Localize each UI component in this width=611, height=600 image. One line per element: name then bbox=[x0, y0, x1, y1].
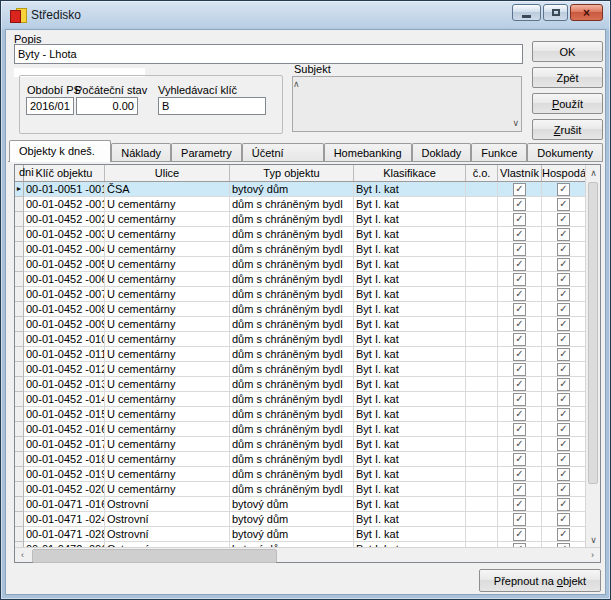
scroll-right-icon[interactable]: › bbox=[585, 548, 600, 563]
table-row[interactable]: 00-01-0452 -011U cementárnydům s chráněn… bbox=[15, 347, 585, 362]
table-row[interactable]: 00-01-0452 -006U cementárnydům s chráněn… bbox=[15, 272, 585, 287]
table-row[interactable]: 00-01-0452 -008U cementárnydům s chráněn… bbox=[15, 302, 585, 317]
vlastnik-checkbox[interactable]: ✓ bbox=[498, 422, 542, 437]
horizontal-scrollbar-track[interactable] bbox=[30, 548, 585, 563]
title-bar[interactable]: Středisko × bbox=[1, 1, 610, 29]
klic-input[interactable]: B bbox=[158, 97, 266, 115]
hospodar-checkbox[interactable]: ✓ bbox=[542, 437, 585, 452]
stav-input[interactable]: 0.00 bbox=[76, 97, 138, 115]
horizontal-scrollbar-thumb[interactable] bbox=[32, 549, 277, 563]
vlastnik-checkbox[interactable]: ✓ bbox=[498, 437, 542, 452]
zrusit-button[interactable]: Zrušit bbox=[532, 119, 603, 140]
table-row[interactable]: 00-01-0452 -009U cementárnydům s chráněn… bbox=[15, 317, 585, 332]
column-header-klasifikace[interactable]: Klasifikace bbox=[354, 165, 466, 181]
vlastnik-checkbox[interactable]: ✓ bbox=[498, 302, 542, 317]
table-row[interactable]: 00-01-0471 -016Ostrovníbytový důmByt I. … bbox=[15, 497, 585, 512]
tab-doklady[interactable]: Doklady bbox=[412, 143, 472, 162]
table-row[interactable]: 00-01-0452 -018U cementárnydům s chráněn… bbox=[15, 452, 585, 467]
hospodar-checkbox[interactable]: ✓ bbox=[542, 242, 585, 257]
table-row[interactable]: 00-01-0471 -024Ostrovníbytový důmByt I. … bbox=[15, 512, 585, 527]
horizontal-scrollbar[interactable]: ‹ › bbox=[15, 547, 600, 562]
hospodar-checkbox[interactable]: ✓ bbox=[542, 377, 585, 392]
table-row[interactable]: 00-01-0452 -016U cementárnydům s chráněn… bbox=[15, 422, 585, 437]
table-row[interactable]: ►00-01-0051 -001ČSAbytový důmByt I. kat✓… bbox=[15, 182, 585, 197]
vlastnik-checkbox[interactable]: ✓ bbox=[498, 467, 542, 482]
hospodar-checkbox[interactable]: ✓ bbox=[542, 362, 585, 377]
hospodar-checkbox[interactable]: ✓ bbox=[542, 407, 585, 422]
vlastnik-checkbox[interactable]: ✓ bbox=[498, 377, 542, 392]
hospodar-checkbox[interactable]: ✓ bbox=[542, 497, 585, 512]
vlastnik-checkbox[interactable]: ✓ bbox=[498, 392, 542, 407]
column-header-vlastnik[interactable]: Vlastník bbox=[498, 165, 542, 181]
table-row[interactable]: 00-01-0452 -007U cementárnydům s chráněn… bbox=[15, 287, 585, 302]
close-button[interactable]: × bbox=[570, 4, 603, 21]
table-row[interactable]: 00-01-0452 -002U cementárnydům s chráněn… bbox=[15, 212, 585, 227]
vlastnik-checkbox[interactable]: ✓ bbox=[498, 497, 542, 512]
hospodar-checkbox[interactable]: ✓ bbox=[542, 332, 585, 347]
subjekt-box[interactable]: ∧ ∨ bbox=[292, 76, 522, 132]
vlastnik-checkbox[interactable]: ✓ bbox=[498, 317, 542, 332]
hospodar-checkbox[interactable]: ✓ bbox=[542, 482, 585, 497]
column-header-ulice[interactable]: Ulice bbox=[105, 165, 230, 181]
tab-homebanking[interactable]: Homebanking bbox=[324, 143, 412, 162]
tab-naklady[interactable]: Náklady bbox=[111, 143, 171, 162]
ok-button[interactable]: OK bbox=[532, 41, 603, 62]
hospodar-checkbox[interactable]: ✓ bbox=[542, 347, 585, 362]
vlastnik-checkbox[interactable]: ✓ bbox=[498, 482, 542, 497]
hospodar-checkbox[interactable]: ✓ bbox=[542, 392, 585, 407]
tab-funkce[interactable]: Funkce bbox=[471, 143, 527, 162]
vlastnik-checkbox[interactable]: ✓ bbox=[498, 362, 542, 377]
tab-objekty-k-dnes-dni[interactable]: Objekty k dneš. dni bbox=[9, 140, 111, 162]
vlastnik-checkbox[interactable]: ✓ bbox=[498, 512, 542, 527]
vlastnik-checkbox[interactable]: ✓ bbox=[498, 272, 542, 287]
hospodar-checkbox[interactable]: ✓ bbox=[542, 467, 585, 482]
column-header-hospodar[interactable]: Hospodář bbox=[542, 165, 585, 181]
hospodar-checkbox[interactable]: ✓ bbox=[542, 302, 585, 317]
table-row[interactable]: 00-01-0452 -020U cementárnydům s chráněn… bbox=[15, 482, 585, 497]
pouzit-button[interactable]: Použít bbox=[532, 93, 603, 114]
tab-parametry[interactable]: Parametry bbox=[171, 143, 242, 162]
table-row[interactable]: 00-01-0452 -012U cementárnydům s chráněn… bbox=[15, 362, 585, 377]
vlastnik-checkbox[interactable]: ✓ bbox=[498, 227, 542, 242]
vlastnik-checkbox[interactable]: ✓ bbox=[498, 452, 542, 467]
table-row[interactable]: 00-01-0471 -028Ostrovníbytový důmByt I. … bbox=[15, 527, 585, 542]
table-row[interactable]: 00-01-0452 -003U cementárnydům s chráněn… bbox=[15, 227, 585, 242]
column-header-typ-objektu[interactable]: Typ objektu bbox=[230, 165, 354, 181]
hospodar-checkbox[interactable]: ✓ bbox=[542, 287, 585, 302]
hospodar-checkbox[interactable]: ✓ bbox=[542, 512, 585, 527]
table-row[interactable]: 00-01-0452 -010U cementárnydům s chráněn… bbox=[15, 332, 585, 347]
hospodar-checkbox[interactable]: ✓ bbox=[542, 452, 585, 467]
table-row[interactable]: 00-01-0452 -017U cementárnydům s chráněn… bbox=[15, 437, 585, 452]
popis-input[interactable]: Byty - Lhota bbox=[14, 44, 523, 64]
vertical-scrollbar-thumb[interactable] bbox=[588, 182, 598, 484]
hospodar-checkbox[interactable]: ✓ bbox=[542, 422, 585, 437]
vlastnik-checkbox[interactable]: ✓ bbox=[498, 257, 542, 272]
scroll-up-icon[interactable]: ∧ bbox=[293, 80, 519, 89]
tab-ucetni-osnova[interactable]: Účetní osnova bbox=[242, 143, 324, 162]
scroll-left-icon[interactable]: ‹ bbox=[15, 548, 30, 563]
hospodar-checkbox[interactable]: ✓ bbox=[542, 197, 585, 212]
table-row[interactable]: 00-01-0452 -019U cementárnydům s chráněn… bbox=[15, 467, 585, 482]
zpet-button[interactable]: Zpět bbox=[532, 67, 603, 88]
table-row[interactable]: 00-01-0452 -014U cementárnydům s chráněn… bbox=[15, 392, 585, 407]
vlastnik-checkbox[interactable]: ✓ bbox=[498, 212, 542, 227]
vlastnik-checkbox[interactable]: ✓ bbox=[498, 287, 542, 302]
hospodar-checkbox[interactable]: ✓ bbox=[542, 227, 585, 242]
hospodar-checkbox[interactable]: ✓ bbox=[542, 272, 585, 287]
vlastnik-checkbox[interactable]: ✓ bbox=[498, 332, 542, 347]
maximize-button[interactable] bbox=[543, 4, 568, 21]
column-header-co[interactable]: č.o. bbox=[466, 165, 498, 181]
scroll-up-icon[interactable]: ∧ bbox=[586, 165, 601, 180]
table-row[interactable]: 00-01-0452 -004U cementárnydům s chráněn… bbox=[15, 242, 585, 257]
prepnout-na-objekt-button[interactable]: Přepnout na objekt bbox=[479, 569, 601, 592]
scroll-down-icon[interactable]: ∨ bbox=[586, 532, 601, 547]
vlastnik-checkbox[interactable]: ✓ bbox=[498, 527, 542, 542]
minimize-button[interactable] bbox=[512, 4, 541, 21]
vlastnik-checkbox[interactable]: ✓ bbox=[498, 182, 542, 197]
table-row[interactable]: 00-01-0452 -005U cementárnydům s chráněn… bbox=[15, 257, 585, 272]
hospodar-checkbox[interactable]: ✓ bbox=[542, 257, 585, 272]
hospodar-checkbox[interactable]: ✓ bbox=[542, 527, 585, 542]
obdobi-input[interactable]: 2016/01 bbox=[26, 97, 74, 115]
column-header-klic-objektu[interactable]: Klíč objektu bbox=[24, 165, 105, 181]
table-row[interactable]: 00-01-0452 -001U cementárnydům s chráněn… bbox=[15, 197, 585, 212]
